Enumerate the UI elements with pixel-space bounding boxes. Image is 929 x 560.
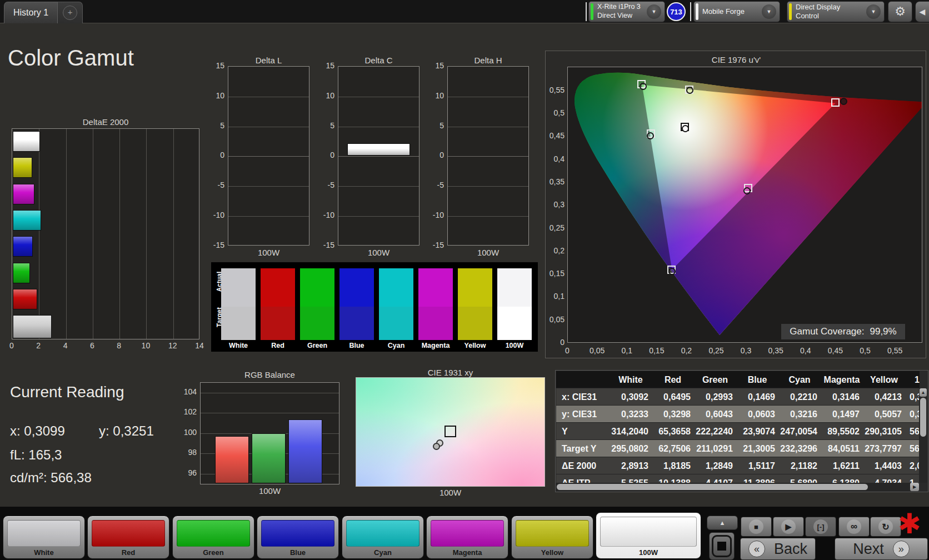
axis-tick-label: 0,55 [546, 86, 565, 94]
pattern-button-label: Cyan [342, 548, 423, 557]
table-row-label: ΔE 2000 [556, 457, 610, 474]
settings-button[interactable]: ⚙ [888, 1, 912, 22]
yellow-secondary-dot [686, 87, 693, 94]
cie-1931-xlabel: 100W [356, 488, 545, 497]
table-cell: 290,3105 [863, 423, 905, 439]
continuous-read-button[interactable]: ∞ [838, 517, 870, 537]
refresh-button[interactable]: ↻ [870, 517, 901, 537]
axis-tick-label: 0,2 [678, 346, 695, 355]
table-vertical-scrollbar[interactable]: ▲ [919, 388, 927, 483]
table-cell-clipped: 56 [905, 423, 920, 439]
axis-tick-label: 102 [177, 407, 197, 416]
pattern-button-white[interactable]: White [3, 516, 85, 559]
display-control-dropdown[interactable]: Direct Display Control ▼ [787, 1, 885, 22]
play-button[interactable]: ▶ [773, 517, 804, 537]
pattern-button-100w[interactable]: 100W [596, 512, 701, 559]
horizontal-scroll-thumb[interactable] [557, 484, 868, 490]
table-cell: 0,2210 [778, 388, 821, 405]
decor [228, 216, 309, 217]
axis-tick-label: -5 [424, 181, 444, 189]
pattern-button-green[interactable]: Green [172, 516, 254, 559]
table-cell: 4,4107 [694, 474, 736, 483]
axis-tick-label: 0,5 [546, 108, 565, 117]
add-tab-button[interactable]: + [63, 6, 77, 20]
table-header-cell: White [610, 371, 652, 388]
pattern-button-magenta[interactable]: Magenta [426, 516, 508, 559]
pattern-window-button[interactable] [709, 532, 735, 560]
tab-history-1[interactable]: History 1 [4, 2, 58, 23]
pattern-button-label: Yellow [512, 548, 593, 557]
cie-1976-gamut-svg [568, 67, 922, 342]
swatch-label: Cyan [379, 342, 413, 349]
table-cell-clipped: 56 [905, 440, 920, 457]
table-horizontal-scrollbar[interactable]: ▶ [556, 483, 919, 491]
table-cell: 0,6043 [694, 406, 736, 422]
gamut-coverage-label: Gamut Coverage: [790, 326, 864, 337]
pattern-up-button[interactable]: ▲ [707, 516, 738, 530]
bar-magenta [13, 184, 34, 204]
back-button[interactable]: « Back [740, 538, 816, 560]
white-point-dot [682, 125, 689, 132]
pattern-swatch [92, 520, 165, 547]
refresh-icon: ↻ [878, 519, 893, 534]
next-button[interactable]: Next » [835, 538, 928, 560]
meter-dropdown[interactable]: X-Rite i1Pro 3Direct View ▼ [588, 1, 665, 22]
meter-status-stripe [591, 3, 593, 20]
alert-asterisk-button[interactable]: ✱ [898, 508, 921, 540]
pattern-button-label: 100W [596, 548, 701, 557]
table-cell: 0,3146 [821, 388, 863, 405]
separator [690, 2, 691, 21]
decor [448, 156, 528, 157]
scroll-right-button[interactable]: ▶ [910, 483, 919, 491]
source-dropdown[interactable]: Mobile Forge ▼ [693, 1, 780, 22]
back-button-label: Back [774, 541, 807, 558]
table-cell: 0,2993 [694, 388, 736, 405]
current-reading-fl: fL: 165,3 [10, 447, 62, 463]
delta-h-chart [447, 66, 529, 246]
pattern-button-label: Blue [257, 548, 338, 557]
play-icon: ▶ [781, 519, 796, 534]
decor [201, 393, 339, 393]
axis-tick-label: 8 [113, 341, 124, 350]
pattern-button-red[interactable]: Red [87, 516, 169, 559]
pattern-button-cyan[interactable]: Cyan [342, 516, 424, 559]
axis-tick-label: -15 [424, 241, 444, 249]
decor [93, 129, 93, 339]
axis-tick-label: 12 [167, 341, 178, 350]
axis-tick-label: 10 [424, 91, 444, 100]
table-row: Target Y295,080262,7506211,029121,300523… [556, 440, 920, 457]
table-cell: 0,3298 [652, 406, 694, 422]
scroll-up-button[interactable]: ▲ [920, 388, 927, 397]
axis-tick-label: 15 [424, 61, 444, 70]
pattern-button-yellow[interactable]: Yellow [511, 516, 593, 559]
add-tab-segment: + [58, 2, 83, 23]
table-cell: 4,7034 [863, 474, 905, 483]
table-cell: 0,4213 [863, 388, 905, 405]
target-swatch-red [261, 307, 295, 340]
stop-button[interactable]: ■ [741, 517, 772, 537]
table-cell: 65,3658 [652, 423, 694, 439]
target-swatch-blue [339, 307, 374, 340]
vertical-scroll-thumb[interactable] [920, 398, 926, 437]
pattern-button-blue[interactable]: Blue [257, 516, 339, 559]
delta-h-title: Delta H [447, 56, 529, 65]
axis-tick-label: 104 [177, 387, 197, 396]
green-primary-dot [640, 83, 647, 90]
target-swatch-green [300, 307, 334, 340]
axis-tick-label: 0,3 [738, 346, 755, 355]
interval-mode-button[interactable]: [-] [805, 517, 836, 537]
decor [448, 216, 528, 217]
table-header-cell: Cyan [778, 371, 821, 388]
swatch-label: Red [261, 342, 295, 349]
pattern-swatch [7, 520, 81, 547]
axis-tick-label: 0,25 [708, 346, 725, 355]
table-cell: 0,1497 [821, 406, 863, 422]
delta-c-chart [338, 66, 419, 246]
decor [228, 127, 309, 127]
actual-swatch-yellow [458, 268, 492, 307]
axis-tick-label: 10 [314, 91, 334, 100]
table-row: y: CIE310,32330,32980,60430,06030,32160,… [556, 406, 920, 423]
collapse-panel-button[interactable]: ◀ [915, 1, 929, 22]
next-button-label: Next [853, 541, 884, 558]
axis-tick-label: -10 [204, 211, 224, 219]
